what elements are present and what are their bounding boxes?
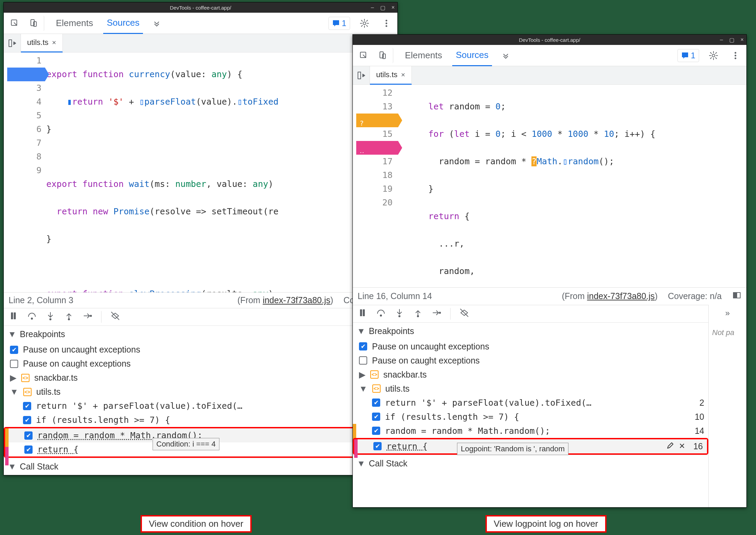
bp-file-utils[interactable]: ▼<>utils.ts: [4, 385, 397, 399]
sourcemap-link[interactable]: index-73f73a80.js: [263, 295, 330, 305]
breakpoints-header[interactable]: ▼Breakpoints: [353, 322, 708, 340]
pause-icon[interactable]: [9, 311, 18, 323]
stepover-icon[interactable]: [27, 311, 37, 323]
bp-row-1[interactable]: ✔return '$' + parseFloat(value).toFixed(…: [4, 399, 397, 413]
device-icon[interactable]: [29, 16, 44, 31]
kebab-icon[interactable]: [379, 16, 394, 31]
messages-counter[interactable]: 1: [677, 49, 699, 62]
stepout-icon[interactable]: [64, 311, 74, 323]
not-paused-text: Not pa: [712, 328, 743, 337]
svg-point-28: [417, 316, 419, 317]
main-tabs: Elements Sources 1: [353, 45, 746, 66]
status-bar: Line 2, Column 3 (From index-73f73a80.js…: [4, 292, 397, 308]
main-tabs: Elements Sources 1: [4, 13, 397, 34]
svg-point-27: [399, 316, 400, 317]
svg-point-4: [386, 20, 387, 21]
caption-left: View condition on hover: [141, 515, 252, 533]
svg-point-18: [735, 52, 736, 54]
close-icon[interactable]: ×: [741, 37, 744, 43]
titlebar: DevTools - coffee-cart.app/ – ▢ ×: [4, 2, 397, 13]
cursor-pos: Line 2, Column 3: [9, 295, 73, 305]
more-tabs-icon[interactable]: [150, 16, 165, 31]
settings-icon[interactable]: [706, 48, 721, 63]
file-tab-utils[interactable]: utils.ts ✕: [21, 34, 63, 52]
bp-row-2[interactable]: ✔if (results.length >= 7) {10: [353, 410, 708, 424]
device-icon[interactable]: [378, 48, 393, 63]
file-name: utils.ts: [27, 38, 48, 47]
tab-sources[interactable]: Sources: [452, 45, 492, 66]
svg-rect-25: [363, 310, 364, 316]
minimize-icon[interactable]: –: [720, 37, 723, 43]
bp-pause-caught[interactable]: Pause on caught exceptions: [353, 354, 708, 368]
svg-rect-24: [360, 310, 362, 316]
logpoint-tooltip: Logpoint: 'Random is ', random: [457, 443, 568, 455]
minimize-icon[interactable]: –: [371, 4, 374, 11]
step-icon[interactable]: [83, 311, 92, 323]
pause-icon[interactable]: [358, 308, 367, 320]
stepover-icon[interactable]: [376, 308, 386, 320]
callstack-header[interactable]: ▼Call Stack: [4, 458, 397, 475]
close-tab-icon[interactable]: ✕: [401, 72, 405, 78]
more-tabs-icon[interactable]: [499, 48, 514, 63]
svg-rect-7: [9, 40, 12, 47]
svg-point-3: [363, 22, 366, 25]
code-editor[interactable]: 12 13 ?14 15 ‥16 17 18 19 20 let random …: [353, 85, 746, 287]
stepinto-icon[interactable]: [46, 311, 55, 323]
bp-file-utils[interactable]: ▼<>utils.ts: [353, 382, 708, 396]
edit-icon[interactable]: [667, 441, 674, 451]
svg-point-29: [439, 312, 441, 313]
step-icon[interactable]: [432, 308, 441, 320]
tab-elements[interactable]: Elements: [401, 45, 445, 66]
gutter-marker-orange: [5, 428, 9, 447]
coverage: Coverage: n/a: [668, 291, 722, 301]
svg-rect-23: [733, 293, 737, 298]
svg-point-11: [50, 319, 51, 320]
bp-file-snackbar[interactable]: ▶<>snackbar.ts: [353, 368, 708, 382]
stepout-icon[interactable]: [413, 308, 423, 320]
expand-icon[interactable]: »: [712, 308, 743, 318]
sourcemap-link[interactable]: index-73f73a80.js: [587, 291, 655, 301]
bp-row-2[interactable]: ✔if (results.length >= 7) {10: [4, 413, 397, 427]
maximize-icon[interactable]: ▢: [380, 4, 385, 11]
gutter-marker-pink: [5, 447, 9, 465]
callstack-header[interactable]: ▼Call Stack: [353, 455, 708, 472]
messages-counter[interactable]: 1: [328, 17, 350, 30]
deactivate-bp-icon[interactable]: [110, 311, 120, 323]
devtools-window-left: DevTools - coffee-cart.app/ – ▢ × Elemen…: [3, 2, 398, 475]
gutter-marker-pink: [354, 439, 358, 458]
code-editor[interactable]: 1 2 3 4 5 6 7 8 9 export function curren…: [4, 52, 397, 292]
tab-elements[interactable]: Elements: [52, 13, 96, 34]
kebab-icon[interactable]: [728, 48, 743, 63]
bp-pause-caught[interactable]: Pause on caught exceptions: [4, 357, 397, 371]
tab-sources[interactable]: Sources: [103, 13, 143, 34]
settings-icon[interactable]: [357, 16, 372, 31]
breakpoints-header[interactable]: ▼Breakpoints: [4, 325, 397, 343]
svg-point-19: [735, 55, 736, 56]
coverage-icon[interactable]: [732, 290, 742, 302]
close-icon[interactable]: ×: [392, 4, 395, 11]
bp-row-1[interactable]: ✔return '$' + parseFloat(value).toFixed(…: [353, 396, 708, 410]
maximize-icon[interactable]: ▢: [729, 37, 734, 43]
cursor-pos: Line 16, Column 14: [358, 291, 432, 301]
navigator-icon[interactable]: [353, 66, 370, 85]
remove-icon[interactable]: ✕: [679, 442, 685, 451]
bp-file-snackbar[interactable]: ▶<>snackbar.ts: [4, 371, 397, 385]
inspect-icon[interactable]: [356, 48, 371, 63]
svg-rect-21: [358, 72, 361, 79]
svg-point-17: [712, 54, 715, 57]
inspect-icon[interactable]: [7, 16, 22, 31]
deactivate-bp-icon[interactable]: [459, 308, 469, 320]
svg-point-10: [31, 318, 33, 319]
stepinto-icon[interactable]: [395, 308, 404, 320]
titlebar: DevTools - coffee-cart.app/ – ▢ ×: [353, 35, 746, 45]
bp-row-3[interactable]: ✔random = random * Math.random();14: [353, 424, 708, 438]
condition-tooltip: Condition: i === 4: [153, 438, 219, 450]
close-tab-icon[interactable]: ✕: [52, 39, 56, 46]
bp-pause-uncaught[interactable]: ✔Pause on uncaught exceptions: [4, 343, 397, 357]
navigator-icon[interactable]: [4, 34, 21, 52]
bp-pause-uncaught[interactable]: ✔Pause on uncaught exceptions: [353, 340, 708, 354]
file-tab-utils[interactable]: utils.ts ✕: [370, 66, 412, 85]
title-text: DevTools - coffee-cart.app/: [170, 5, 231, 11]
svg-point-20: [735, 57, 736, 59]
svg-point-12: [68, 319, 70, 320]
